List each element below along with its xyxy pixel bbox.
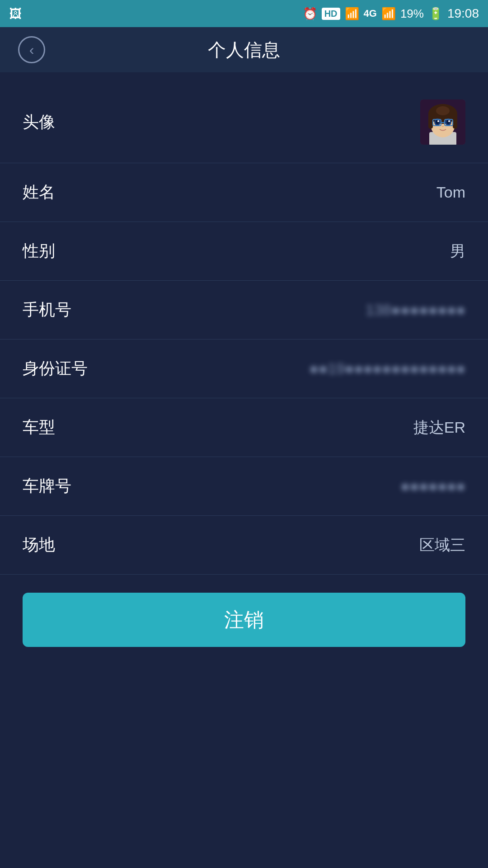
- cartype-label: 车型: [23, 416, 55, 439]
- idcard-label: 身份证号: [23, 358, 88, 380]
- hd-badge: HD: [322, 8, 340, 20]
- photo-icon: 🖼: [9, 6, 22, 21]
- logout-container: 注销: [0, 575, 488, 674]
- content-area: 头像: [0, 72, 488, 868]
- carnumber-row[interactable]: 车牌号 ●●●●●●●: [0, 457, 488, 516]
- wifi-icon: 📶: [345, 7, 359, 21]
- svg-point-16: [436, 106, 450, 115]
- svg-rect-6: [453, 113, 457, 129]
- back-button[interactable]: ‹: [18, 36, 45, 63]
- venue-value: 区域三: [419, 535, 465, 556]
- phone-label: 手机号: [23, 299, 71, 321]
- battery-percent: 19%: [400, 7, 424, 21]
- name-value: Tom: [436, 184, 465, 201]
- gender-value: 男: [450, 241, 465, 262]
- svg-point-12: [448, 120, 450, 122]
- name-row[interactable]: 姓名 Tom: [0, 163, 488, 222]
- logout-button[interactable]: 注销: [23, 593, 465, 647]
- idcard-value: ●●19●●●●●●●●●●●●●: [309, 360, 465, 377]
- status-bar: 🖼 ⏰ HD 📶 4G 📶 19% 🔋 19:08: [0, 0, 488, 27]
- avatar-image[interactable]: [420, 99, 465, 145]
- page-header: ‹ 个人信息: [0, 27, 488, 72]
- phone-row[interactable]: 手机号 138●●●●●●●●: [0, 281, 488, 340]
- avatar-svg: [420, 99, 465, 145]
- phone-value: 138●●●●●●●●: [366, 301, 465, 319]
- cartype-value: 捷达ER: [413, 417, 465, 438]
- status-bar-left: 🖼: [9, 6, 22, 21]
- gender-row[interactable]: 性别 男: [0, 222, 488, 281]
- svg-point-11: [437, 120, 439, 122]
- name-label: 姓名: [23, 181, 55, 203]
- time-display: 19:08: [447, 6, 479, 21]
- carnumber-value: ●●●●●●●: [400, 477, 465, 495]
- page-title: 个人信息: [208, 38, 280, 62]
- venue-label: 场地: [23, 534, 55, 556]
- status-bar-right: ⏰ HD 📶 4G 📶 19% 🔋 19:08: [303, 6, 479, 21]
- gender-label: 性别: [23, 240, 55, 262]
- avatar-row[interactable]: 头像: [0, 81, 488, 163]
- svg-rect-5: [428, 113, 433, 129]
- alarm-icon: ⏰: [303, 7, 317, 21]
- battery-icon: 🔋: [428, 7, 443, 21]
- venue-row[interactable]: 场地 区域三: [0, 516, 488, 575]
- signal-bars-icon: 📶: [381, 7, 396, 21]
- logout-label: 注销: [224, 607, 264, 633]
- back-icon: ‹: [29, 42, 34, 58]
- cartype-row[interactable]: 车型 捷达ER: [0, 398, 488, 457]
- idcard-row[interactable]: 身份证号 ●●19●●●●●●●●●●●●●: [0, 340, 488, 398]
- carnumber-label: 车牌号: [23, 475, 71, 497]
- avatar-label: 头像: [23, 111, 55, 133]
- 4g-icon: 4G: [364, 8, 377, 19]
